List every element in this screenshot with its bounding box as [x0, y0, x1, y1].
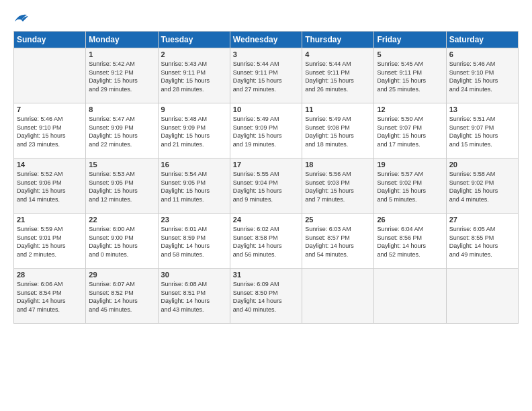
calendar-table: SundayMondayTuesdayWednesdayThursdayFrid…	[13, 31, 519, 324]
calendar-cell: 1Sunrise: 5:42 AM Sunset: 9:12 PM Daylig…	[86, 48, 158, 103]
cell-content: Sunrise: 5:59 AM Sunset: 9:01 PM Dayligh…	[17, 225, 83, 259]
cell-content: Sunrise: 6:05 AM Sunset: 8:55 PM Dayligh…	[449, 225, 515, 259]
calendar-cell: 7Sunrise: 5:46 AM Sunset: 9:10 PM Daylig…	[14, 103, 86, 158]
calendar-cell: 25Sunrise: 6:03 AM Sunset: 8:57 PM Dayli…	[302, 214, 374, 269]
cell-content: Sunrise: 5:55 AM Sunset: 9:04 PM Dayligh…	[233, 170, 299, 203]
day-number: 21	[17, 216, 83, 224]
day-number: 15	[89, 161, 154, 169]
calendar-cell: 2Sunrise: 5:43 AM Sunset: 9:11 PM Daylig…	[158, 48, 230, 103]
calendar-cell	[14, 48, 86, 103]
day-number: 12	[377, 105, 443, 113]
calendar-cell	[374, 269, 446, 324]
logo-icon	[13, 12, 28, 24]
day-number: 18	[305, 161, 371, 169]
cell-content: Sunrise: 5:42 AM Sunset: 9:12 PM Dayligh…	[89, 60, 154, 93]
calendar-cell: 31Sunrise: 6:09 AM Sunset: 8:50 PM Dayli…	[230, 269, 302, 324]
calendar-cell: 5Sunrise: 5:45 AM Sunset: 9:11 PM Daylig…	[374, 48, 446, 103]
calendar-cell: 26Sunrise: 6:04 AM Sunset: 8:56 PM Dayli…	[374, 214, 446, 269]
calendar-cell: 13Sunrise: 5:51 AM Sunset: 9:07 PM Dayli…	[446, 103, 518, 158]
calendar-cell: 9Sunrise: 5:48 AM Sunset: 9:09 PM Daylig…	[158, 103, 230, 158]
calendar-cell: 6Sunrise: 5:46 AM Sunset: 9:10 PM Daylig…	[446, 48, 518, 103]
calendar-week-row: 21Sunrise: 5:59 AM Sunset: 9:01 PM Dayli…	[14, 214, 519, 269]
day-number: 10	[233, 105, 299, 113]
calendar-week-row: 7Sunrise: 5:46 AM Sunset: 9:10 PM Daylig…	[14, 103, 519, 158]
header-cell: Sunday	[14, 32, 86, 48]
calendar-cell: 29Sunrise: 6:07 AM Sunset: 8:52 PM Dayli…	[86, 269, 158, 324]
header-cell: Thursday	[302, 32, 374, 48]
day-number: 14	[17, 161, 83, 169]
day-number: 6	[449, 50, 515, 58]
calendar-cell: 8Sunrise: 5:47 AM Sunset: 9:09 PM Daylig…	[86, 103, 158, 158]
calendar-cell	[446, 269, 518, 324]
cell-content: Sunrise: 6:00 AM Sunset: 9:00 PM Dayligh…	[89, 225, 154, 259]
calendar-cell: 20Sunrise: 5:58 AM Sunset: 9:02 PM Dayli…	[446, 158, 518, 214]
calendar-cell: 12Sunrise: 5:50 AM Sunset: 9:07 PM Dayli…	[374, 103, 446, 158]
day-number: 22	[89, 216, 154, 224]
calendar-week-row: 14Sunrise: 5:52 AM Sunset: 9:06 PM Dayli…	[14, 158, 519, 214]
cell-content: Sunrise: 5:44 AM Sunset: 9:11 PM Dayligh…	[305, 60, 371, 93]
calendar-cell: 4Sunrise: 5:44 AM Sunset: 9:11 PM Daylig…	[302, 48, 374, 103]
cell-content: Sunrise: 6:09 AM Sunset: 8:50 PM Dayligh…	[233, 280, 299, 314]
cell-content: Sunrise: 5:50 AM Sunset: 9:07 PM Dayligh…	[377, 115, 443, 148]
day-number: 19	[377, 161, 443, 169]
calendar-week-row: 28Sunrise: 6:06 AM Sunset: 8:54 PM Dayli…	[14, 269, 519, 324]
day-number: 20	[449, 161, 515, 169]
cell-content: Sunrise: 5:57 AM Sunset: 9:02 PM Dayligh…	[377, 170, 443, 203]
cell-content: Sunrise: 5:49 AM Sunset: 9:09 PM Dayligh…	[233, 115, 299, 148]
calendar-cell: 27Sunrise: 6:05 AM Sunset: 8:55 PM Dayli…	[446, 214, 518, 269]
cell-content: Sunrise: 6:07 AM Sunset: 8:52 PM Dayligh…	[89, 280, 154, 314]
cell-content: Sunrise: 5:47 AM Sunset: 9:09 PM Dayligh…	[89, 115, 154, 148]
day-number: 8	[89, 105, 154, 113]
day-number: 5	[377, 50, 443, 58]
cell-content: Sunrise: 6:06 AM Sunset: 8:54 PM Dayligh…	[17, 280, 83, 314]
day-number: 26	[377, 216, 443, 224]
header-cell: Wednesday	[230, 32, 302, 48]
cell-content: Sunrise: 5:56 AM Sunset: 9:03 PM Dayligh…	[305, 170, 371, 203]
calendar-cell	[302, 269, 374, 324]
header	[13, 12, 519, 24]
day-number: 28	[17, 271, 83, 279]
calendar-cell: 30Sunrise: 6:08 AM Sunset: 8:51 PM Dayli…	[158, 269, 230, 324]
day-number: 24	[233, 216, 299, 224]
day-number: 2	[161, 50, 227, 58]
cell-content: Sunrise: 5:49 AM Sunset: 9:08 PM Dayligh…	[305, 115, 371, 148]
day-number: 27	[449, 216, 515, 224]
calendar-cell: 10Sunrise: 5:49 AM Sunset: 9:09 PM Dayli…	[230, 103, 302, 158]
day-number: 7	[17, 105, 83, 113]
cell-content: Sunrise: 5:46 AM Sunset: 9:10 PM Dayligh…	[17, 115, 83, 148]
cell-content: Sunrise: 5:44 AM Sunset: 9:11 PM Dayligh…	[233, 60, 299, 93]
calendar-week-row: 1Sunrise: 5:42 AM Sunset: 9:12 PM Daylig…	[14, 48, 519, 103]
calendar-cell: 22Sunrise: 6:00 AM Sunset: 9:00 PM Dayli…	[86, 214, 158, 269]
calendar-cell: 3Sunrise: 5:44 AM Sunset: 9:11 PM Daylig…	[230, 48, 302, 103]
day-number: 11	[305, 105, 371, 113]
calendar-cell: 14Sunrise: 5:52 AM Sunset: 9:06 PM Dayli…	[14, 158, 86, 214]
cell-content: Sunrise: 5:53 AM Sunset: 9:05 PM Dayligh…	[89, 170, 154, 203]
cell-content: Sunrise: 5:58 AM Sunset: 9:02 PM Dayligh…	[449, 170, 515, 203]
day-number: 29	[89, 271, 154, 279]
cell-content: Sunrise: 5:48 AM Sunset: 9:09 PM Dayligh…	[161, 115, 227, 148]
calendar-cell: 24Sunrise: 6:02 AM Sunset: 8:58 PM Dayli…	[230, 214, 302, 269]
cell-content: Sunrise: 5:51 AM Sunset: 9:07 PM Dayligh…	[449, 115, 515, 148]
calendar-cell: 16Sunrise: 5:54 AM Sunset: 9:05 PM Dayli…	[158, 158, 230, 214]
calendar-cell: 19Sunrise: 5:57 AM Sunset: 9:02 PM Dayli…	[374, 158, 446, 214]
header-row: SundayMondayTuesdayWednesdayThursdayFrid…	[14, 32, 519, 48]
cell-content: Sunrise: 5:52 AM Sunset: 9:06 PM Dayligh…	[17, 170, 83, 203]
page: SundayMondayTuesdayWednesdayThursdayFrid…	[0, 0, 532, 330]
header-cell: Tuesday	[158, 32, 230, 48]
day-number: 30	[161, 271, 227, 279]
cell-content: Sunrise: 6:04 AM Sunset: 8:56 PM Dayligh…	[377, 225, 443, 259]
day-number: 13	[449, 105, 515, 113]
day-number: 31	[233, 271, 299, 279]
calendar-cell: 23Sunrise: 6:01 AM Sunset: 8:59 PM Dayli…	[158, 214, 230, 269]
header-cell: Saturday	[446, 32, 518, 48]
calendar-cell: 11Sunrise: 5:49 AM Sunset: 9:08 PM Dayli…	[302, 103, 374, 158]
cell-content: Sunrise: 6:08 AM Sunset: 8:51 PM Dayligh…	[161, 280, 227, 314]
calendar-cell: 17Sunrise: 5:55 AM Sunset: 9:04 PM Dayli…	[230, 158, 302, 214]
logo	[13, 12, 31, 24]
cell-content: Sunrise: 6:02 AM Sunset: 8:58 PM Dayligh…	[233, 225, 299, 259]
calendar-cell: 21Sunrise: 5:59 AM Sunset: 9:01 PM Dayli…	[14, 214, 86, 269]
header-cell: Friday	[374, 32, 446, 48]
day-number: 3	[233, 50, 299, 58]
day-number: 1	[89, 50, 154, 58]
header-cell: Monday	[86, 32, 158, 48]
